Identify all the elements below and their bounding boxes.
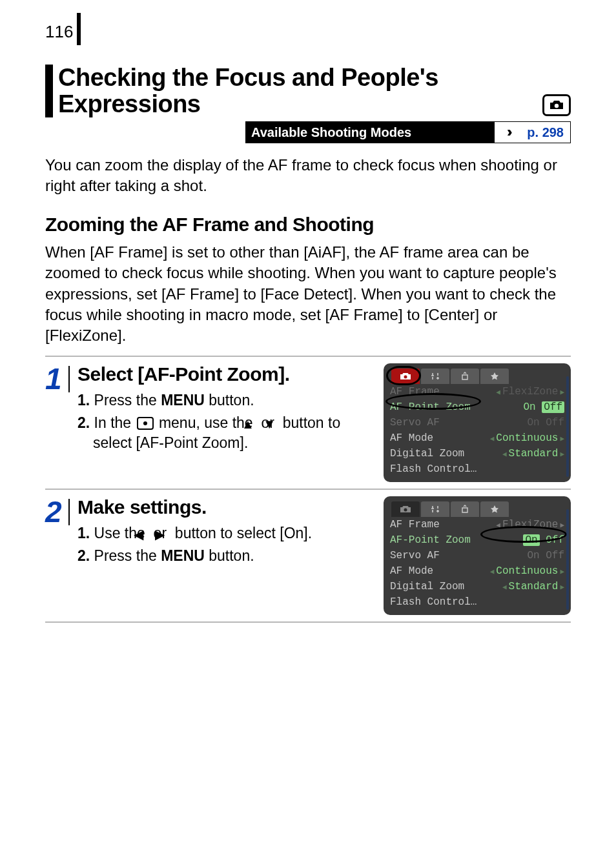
page-number-block: 116 — [45, 13, 571, 45]
text: In the — [90, 414, 135, 431]
heading-bar — [45, 65, 53, 117]
page-number: 116 — [45, 13, 77, 42]
step-title: Make settings. — [77, 496, 377, 518]
step-1: 1 Select [AF-Point Zoom]. 1. Press the M… — [45, 356, 571, 489]
menu-row-digital-zoom: Digital Zoom◀Standard▶ — [387, 446, 567, 461]
menu-button-label: MENU — [161, 392, 205, 409]
menu-button-label: MENU — [161, 547, 205, 564]
step-instructions: 1. Use the ◀ or ▶ button to select [On].… — [77, 523, 377, 566]
scrollbar-hint — [566, 376, 569, 477]
tab-shooting-icon — [391, 368, 420, 384]
svg-point-2 — [404, 508, 407, 511]
list-marker: 1. — [77, 392, 90, 409]
available-modes-label: Available Shooting Modes — [246, 122, 495, 143]
menu-row-flash-control: Flash Control… — [387, 461, 567, 477]
page-number-rule — [77, 13, 81, 45]
svg-point-1 — [404, 375, 407, 378]
menu-row-af-point-zoom: AF-Point ZoomOn Off — [387, 532, 567, 548]
menu-row-flash-control: Flash Control… — [387, 594, 567, 610]
camera-menu-screenshot-1: AF Frame◀FlexiZone▶ AF-Point ZoomOn Off … — [384, 363, 571, 482]
available-modes-link[interactable]: p. 298 — [520, 122, 570, 143]
step-title: Select [AF-Point Zoom]. — [77, 363, 377, 385]
menu-row-servo-af: Servo AFOn Off — [387, 548, 567, 563]
list-marker: 2. — [77, 547, 90, 564]
step-instructions: 1. Press the MENU button. 2. In the menu… — [77, 390, 377, 453]
tab-tools-icon — [421, 368, 449, 384]
text: Press the — [90, 547, 161, 564]
text: button to select [On]. — [170, 525, 312, 541]
menu-row-servo-af: Servo AFOn Off — [387, 415, 567, 430]
tab-favorites-icon — [480, 501, 509, 517]
tab-mycamera-icon — [451, 368, 479, 384]
step-2: 2 Make settings. 1. Use the ◀ or ▶ butto… — [45, 489, 571, 623]
shooting-mode-icon — [542, 94, 571, 116]
menu-row-af-mode: AF Mode◀Continuous▶ — [387, 563, 567, 579]
chevrons-right-icon: ›› — [495, 122, 520, 143]
text: button. — [205, 392, 254, 409]
list-marker: 2. — [77, 414, 90, 431]
available-modes-bar: Available Shooting Modes ›› p. 298 — [245, 121, 571, 143]
camera-menu-screenshot-2: AF Frame◀FlexiZone▶ AF-Point ZoomOn Off … — [384, 496, 571, 615]
menu-row-af-frame: AF Frame◀FlexiZone▶ — [387, 517, 567, 532]
menu-row-digital-zoom: Digital Zoom◀Standard▶ — [387, 579, 567, 594]
list-marker: 1. — [77, 525, 90, 541]
page-title: Checking the Focus and People's Expressi… — [58, 65, 537, 117]
intro-paragraph: You can zoom the display of the AF frame… — [45, 155, 571, 197]
tab-tools-icon — [421, 501, 449, 517]
step-number: 2 — [45, 499, 70, 525]
heading-block: Checking the Focus and People's Expressi… — [45, 65, 571, 117]
svg-point-0 — [555, 104, 559, 108]
menu-row-af-point-zoom: AF-Point ZoomOn Off — [387, 399, 567, 415]
sub-heading: Zooming the AF Frame and Shooting — [45, 214, 571, 236]
tab-mycamera-icon — [451, 501, 479, 517]
scrollbar-hint — [566, 509, 569, 610]
menu-row-af-frame: AF Frame◀FlexiZone▶ — [387, 384, 567, 399]
text: button. — [205, 547, 254, 564]
tab-favorites-icon — [480, 368, 509, 384]
tab-shooting-icon — [391, 501, 420, 517]
sub-paragraph: When [AF Frame] is set to other than [Ai… — [45, 242, 571, 347]
menu-row-af-mode: AF Mode◀Continuous▶ — [387, 430, 567, 446]
step-number: 1 — [45, 366, 70, 392]
rec-menu-icon — [137, 417, 154, 430]
text: Press the — [90, 392, 161, 409]
